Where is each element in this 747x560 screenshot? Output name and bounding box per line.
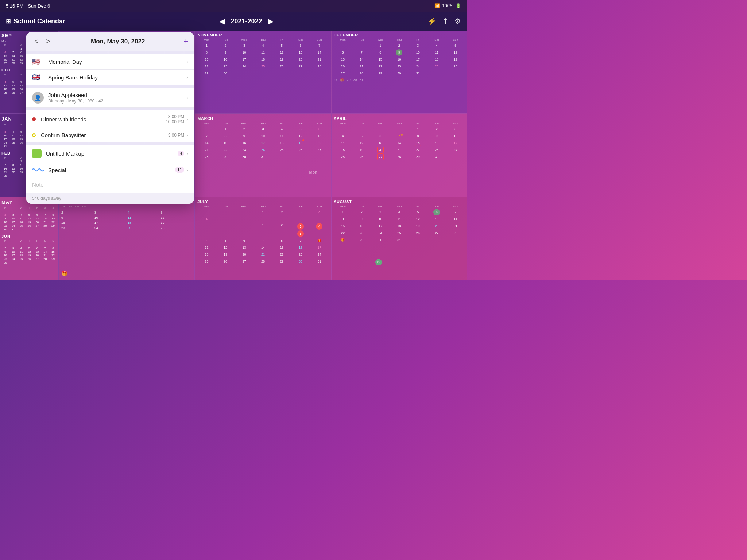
dinner-event-title: Dinner with friends [41, 116, 166, 122]
lightning-icon[interactable]: ⚡ [427, 17, 437, 26]
july-block: July MonTueWedThuFriSatSun 1234 4 ...1 2… [195, 197, 330, 280]
note-placeholder: Note [32, 182, 44, 188]
dinner-event-item[interactable]: Dinner with friends 8:00 PM 10:00 PM › [26, 110, 194, 128]
special-wave-icon [32, 166, 44, 174]
popup-navigation: < > [32, 36, 52, 46]
prev-year-button[interactable]: ◀ [218, 15, 226, 27]
memorial-day-title: Memorial Day [48, 59, 186, 65]
july-title: July [197, 199, 328, 204]
birthday-chevron: › [186, 95, 188, 101]
battery-level: 100% [442, 3, 453, 8]
status-date: Sun Dec 6 [28, 3, 50, 9]
popup-add-button[interactable]: + [183, 37, 188, 46]
popup-prev-button[interactable]: < [32, 36, 41, 46]
untitled-markup-item[interactable]: Untitled Markup 4 › [26, 145, 194, 162]
november-title: November [197, 33, 328, 37]
calendar-mon-label: Mon [309, 170, 317, 174]
calendars-section-header [26, 142, 194, 145]
december-block: December MonTueWedThuFriSatSun 12345 678… [332, 31, 467, 113]
untitled-markup-count: 4 [178, 151, 185, 156]
spring-bank-holiday-item[interactable]: 🇬🇧 Spring Bank Holiday › [26, 70, 194, 85]
birthday-item[interactable]: 👤 John Appleseed Birthday - May 30, 1980… [26, 88, 194, 108]
memorial-day-chevron: › [186, 59, 188, 65]
status-bar: 5:16 PM Sun Dec 6 📶 100% 🔋 [0, 0, 467, 12]
august-title: August [334, 199, 465, 204]
popup-date-title: Mon, May 30, 2022 [91, 38, 145, 45]
may-side-strip: MAY MTWTFSS ......1 2345678 910111213141… [0, 197, 58, 280]
memorial-day-item[interactable]: 🇺🇸 Memorial Day › [26, 54, 194, 70]
events-section-header [26, 108, 194, 110]
babysitter-task-title: Confirm Babysitter [41, 132, 168, 138]
popup-header: < > Mon, May 30, 2022 + [26, 32, 194, 51]
spring-bank-title: Spring Bank Holiday [48, 74, 186, 81]
next-year-button[interactable]: ▶ [267, 15, 275, 27]
year-range: 2021-2022 [231, 18, 262, 25]
event-popup: < > Mon, May 30, 2022 + 🇺🇸 Memorial Day … [26, 32, 194, 204]
untitled-markup-chevron: › [186, 151, 188, 156]
untitled-markup-title: Untitled Markup [46, 151, 178, 157]
babysitter-chevron: › [186, 132, 188, 138]
august-block: August MonTueWedThuFriSatSun 1234567 891… [332, 197, 467, 280]
special-calendar-item[interactable]: Special 11 › [26, 162, 194, 178]
november-block: November MonTueWedThuFriSatSun 1234567 8… [195, 31, 330, 113]
april-title: April [334, 116, 465, 121]
settings-icon[interactable]: ⚙ [454, 17, 461, 26]
days-away-text: 540 days away [32, 196, 61, 201]
app-title: School Calendar [13, 18, 65, 25]
status-time: 5:16 PM [6, 3, 23, 9]
december-title: December [334, 33, 465, 37]
babysitter-task-item[interactable]: Confirm Babysitter 3:00 PM › [26, 128, 194, 142]
birthday-subtitle: Birthday - May 30, 1980 - 42 [48, 98, 186, 104]
contact-avatar: 👤 [32, 92, 44, 104]
special-count: 11 [175, 167, 184, 173]
babysitter-task-time: 3:00 PM [168, 133, 185, 138]
babysitter-task-dot [32, 133, 36, 137]
battery-icon: 🔋 [456, 3, 461, 8]
holidays-section-header [26, 51, 194, 54]
wifi-icon: 📶 [434, 3, 440, 8]
popup-footer: 540 days away [26, 192, 194, 204]
dinner-event-dot [32, 117, 36, 121]
gb-flag-icon: 🇬🇧 [32, 73, 44, 81]
dinner-event-time: 8:00 PM 10:00 PM [166, 114, 184, 124]
us-flag-icon: 🇺🇸 [32, 58, 44, 66]
nav-bar: ⊞ School Calendar ◀ 2021-2022 ▶ ⚡ ⬆ ⚙ [0, 12, 467, 31]
april-block: April MonTueWedThuFriSatSun 123 4567★891… [332, 114, 467, 197]
birthday-name: John Appleseed [48, 92, 186, 98]
spring-bank-chevron: › [186, 74, 188, 80]
note-area: Note [26, 178, 194, 192]
dinner-chevron: › [186, 116, 188, 122]
special-title: Special [48, 167, 175, 173]
untitled-markup-icon [32, 149, 42, 158]
share-icon[interactable]: ⬆ [442, 17, 449, 26]
june-block: June Thu Fri Sat Sun 2345 9101112 161718… [59, 197, 194, 280]
march-block: March MonTueWedThuFriSatSun 123456 78910… [195, 114, 330, 197]
march-title: March [197, 116, 328, 121]
calendar-grid-icon: ⊞ [6, 18, 11, 25]
birthday-section-header [26, 85, 194, 88]
special-chevron: › [186, 167, 188, 173]
popup-next-button[interactable]: > [44, 36, 53, 46]
